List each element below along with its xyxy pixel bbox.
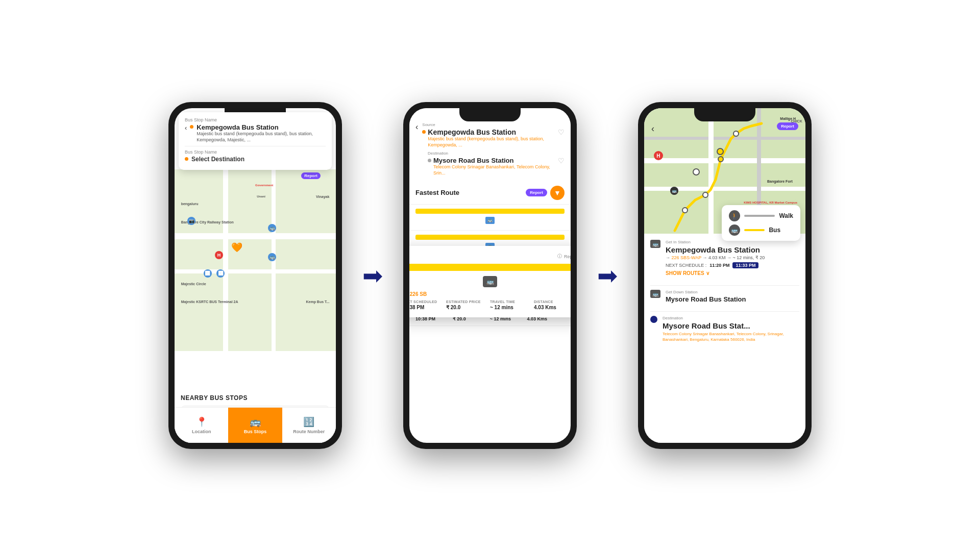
dest-sub-2: Telecom Colony Srinagar Banashankari, Te… — [433, 164, 556, 176]
show-routes-chevron: ∨ — [706, 270, 709, 276]
popup-stat-val-4: 4.03 Kms — [534, 305, 571, 310]
svg-point-1 — [703, 192, 708, 197]
popup-route-num: 🚌 226 SB — [409, 291, 571, 297]
legend-bus: 🚌 Bus — [729, 224, 793, 236]
popup-stat-label-2: ESTIMATED PRICE — [446, 300, 490, 304]
schedule-row: NEXT SCHEDULE : 11:20 PM 11:33 PM — [666, 262, 799, 268]
walk-label: Walk — [779, 212, 793, 219]
blue-dot-dest — [650, 316, 657, 323]
popup-yellow-bar — [409, 264, 571, 271]
route-item-1[interactable]: 🚌 — [409, 205, 571, 231]
route-popup-card: ⓘ Report 🚌 🚌 226 SB NEXT SCHEDULED 10:38… — [409, 246, 571, 317]
destination-row: Destination Mysore Road Bus Stat... Tele… — [650, 316, 799, 342]
back-button-3[interactable]: ‹ — [651, 123, 654, 134]
walk-icon: 🚶 — [729, 210, 740, 221]
heart-icon-dest[interactable]: ♡ — [558, 157, 565, 165]
legend-walk: 🚶 Walk — [729, 210, 793, 221]
route-detail: 🚌 Get In Station Kempegowda Bus Station … — [644, 234, 805, 443]
bottom-navigation: 📍 Location 🚌 Bus Stops 🔢 Route Number — [175, 407, 336, 443]
phone-1-screen: Bus Stop Name ‹ Kempegowda Bus Station M… — [175, 108, 336, 443]
arrow-2: ➡ — [597, 261, 618, 290]
dest-title-2: Mysore Road Bus Station — [433, 157, 556, 164]
report-badge[interactable]: Report — [301, 172, 321, 179]
nav-bus-stops-label: Bus Stops — [244, 429, 267, 434]
back-icon[interactable]: ‹ — [185, 124, 187, 132]
source-label: Bus Stop Name — [185, 117, 326, 122]
route-dot-1 — [693, 168, 700, 176]
report-button-2[interactable]: Report — [526, 189, 547, 196]
source-label-2: Source — [422, 122, 565, 127]
filter-button[interactable]: ▼ — [550, 186, 565, 200]
get-in-row: 🚌 Get In Station Kempegowda Bus Station … — [650, 240, 799, 281]
detail-divider-1 — [650, 285, 799, 286]
map-pin: 🧡 — [231, 242, 242, 253]
phone-1: Bus Stop Name ‹ Kempegowda Bus Station M… — [168, 102, 342, 449]
bus-line — [744, 229, 765, 231]
bus-marker-1: 🚌 — [670, 187, 678, 195]
h-marker: H — [654, 151, 663, 160]
source-dot-2 — [422, 130, 426, 134]
popup-report-text: Report — [564, 254, 571, 259]
bus-dot-getin: 🚌 — [650, 240, 660, 248]
popup-stat-label-3: TRAVEL TIME — [490, 300, 534, 304]
map-marker-2: H — [215, 251, 223, 259]
report-badge-3[interactable]: Report — [777, 122, 798, 130]
map-area: Government Unani Report bengaluru Bangal… — [175, 169, 336, 351]
next-sched-label-3: NEXT SCHEDULE : — [666, 263, 706, 268]
svg-point-3 — [733, 131, 739, 136]
nav-route-label: Route Number — [293, 429, 325, 434]
dest-label: Bus Stop Name — [185, 149, 326, 155]
phone-2-notch — [459, 108, 521, 121]
govt-text: Government — [255, 184, 273, 187]
vinayak-label: Vinayak — [316, 195, 329, 198]
detail-divider-2 — [650, 311, 799, 312]
dest-placeholder[interactable]: Select Destination — [191, 156, 244, 163]
next-sched-badge: 11:33 PM — [732, 262, 758, 268]
phone-3: Mallige H Bangalore Fort KIMS HOSPITAL, … — [638, 102, 812, 449]
map-marker-4: 🅿 — [216, 269, 225, 278]
fastest-route-label: Fastest Route — [415, 189, 459, 196]
route-info: → 226 SBS-WAP → 4.03 KM → ~ 12 mins, ₹ 2… — [666, 255, 799, 260]
location-icon: 📍 — [196, 416, 207, 428]
get-down-name: Mysore Road Bus Station — [666, 295, 799, 303]
nav-item-bus-stops[interactable]: 🚌 Bus Stops — [228, 408, 282, 443]
blr-fort-label: Bangalore Fort — [767, 180, 793, 183]
source-sub-2: Majestic bus stand (kempegouda bus stand… — [428, 136, 556, 148]
map-road-h2 — [175, 269, 336, 273]
dest-dot-2 — [428, 159, 431, 162]
phone-3-notch — [694, 108, 755, 121]
source-title-2: Kempegowda Bus Station — [428, 128, 556, 136]
popup-bus-icon: 🚌 — [483, 276, 497, 287]
bus-label: Bus — [769, 227, 780, 234]
bus-stops-icon: 🚌 — [250, 416, 261, 428]
dest-dot — [185, 157, 188, 161]
source-title: Kempegowda Bus Station — [197, 123, 326, 131]
dest-name-3: Mysore Road Bus Stat... — [663, 321, 799, 330]
phone-3-screen: Mallige H Bangalore Fort KIMS HOSPITAL, … — [644, 108, 805, 443]
route-yellow-bar-1 — [415, 209, 565, 214]
nav-item-location[interactable]: 📍 Location — [175, 408, 228, 443]
bus-icon-route-1: 🚌 — [485, 217, 495, 224]
map-marker-6: 🚌 — [268, 253, 276, 261]
popup-stat-label-1: NEXT SCHEDULED — [409, 300, 446, 304]
next-sched-time1: 11:20 PM — [709, 263, 729, 268]
route-number-info: 226 SBS-WAP — [672, 255, 702, 260]
majestic-label: Majestic Circle — [181, 282, 206, 286]
route-map: Mallige H Bangalore Fort KIMS HOSPITAL, … — [644, 108, 805, 251]
nav-item-route[interactable]: 🔢 Route Number — [282, 408, 336, 443]
source-destination-popup: Bus Stop Name ‹ Kempegowda Bus Station M… — [179, 112, 332, 170]
route-info-text: → — [666, 255, 672, 260]
heart-icon-source[interactable]: ♡ — [558, 128, 565, 136]
map-road-h1 — [175, 233, 336, 239]
get-in-name: Kempegowda Bus Station — [666, 245, 799, 254]
phone-2: ‹ Source Kempegowda Bus Station Majestic… — [403, 102, 577, 449]
route-info-rest: → 4.03 KM → ~ 12 mins, ₹ 20 — [703, 255, 765, 260]
walk-line — [744, 215, 775, 217]
route-yellow-bar-2 — [415, 235, 565, 240]
bengaluru-label: bengaluru — [181, 202, 199, 206]
phone-2-screen: ‹ Source Kempegowda Bus Station Majestic… — [409, 108, 571, 443]
nearby-title: NEARBY BUS STOPS — [181, 394, 330, 402]
back-button[interactable]: ‹ — [415, 122, 418, 132]
bus-legend-icon: 🚌 — [729, 224, 740, 236]
show-routes-button[interactable]: SHOW ROUTES ∨ — [666, 270, 799, 276]
